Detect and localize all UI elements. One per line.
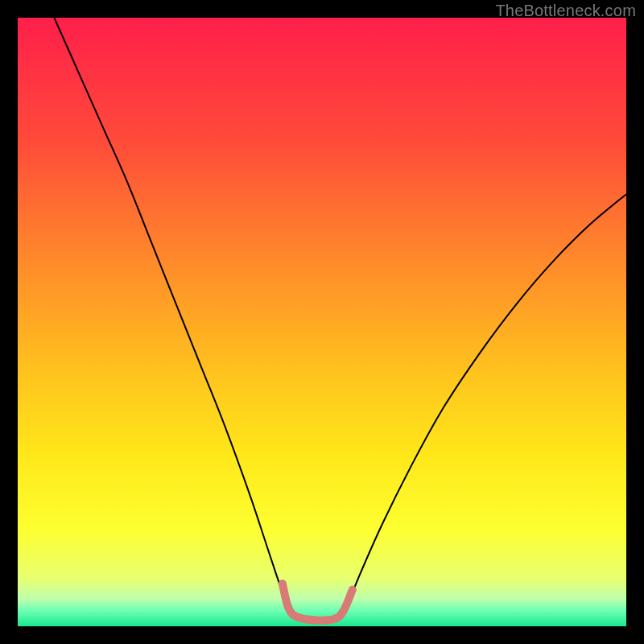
bottleneck-chart <box>18 18 626 626</box>
gradient-background <box>18 18 626 626</box>
chart-frame: TheBottleneck.com <box>0 0 644 644</box>
